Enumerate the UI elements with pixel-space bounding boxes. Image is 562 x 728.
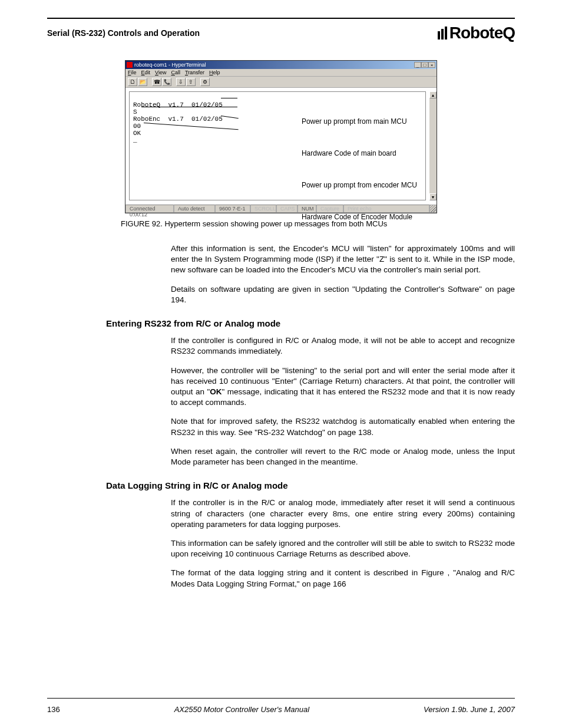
annotation-2: Hardware Code of main board: [302, 148, 417, 159]
logo-text: RoboteQ: [449, 24, 515, 42]
paragraph-2: Details on software updating are given i…: [171, 284, 515, 305]
section-title: Serial (RS-232) Controls and Operation: [47, 28, 200, 38]
paragraph-4-post: " message, indicating that it has entere…: [171, 387, 515, 407]
term-line-1: RoboteQ v1.7 01/02/05: [133, 101, 223, 108]
heading-entering-rs232: Entering RS232 from R/C or Analog mode: [106, 318, 515, 328]
paragraph-1: After this information is sent, the Enco…: [171, 243, 515, 276]
leader-line-2: [141, 107, 237, 107]
minimize-button[interactable]: _: [414, 62, 421, 68]
window-titlebar: roboteq-com1 - HyperTerminal _ □ ×: [125, 61, 437, 69]
menu-view[interactable]: View: [155, 70, 166, 75]
resize-grip-icon[interactable]: [429, 205, 437, 213]
logo-bars-icon: [438, 27, 448, 39]
menu-help[interactable]: Help: [209, 70, 220, 75]
scroll-down-icon[interactable]: ▼: [429, 193, 437, 200]
term-line-4: 00: [133, 123, 141, 130]
page-number: 136: [47, 705, 60, 714]
app-icon: [127, 62, 133, 68]
paragraph-4-bold: OK: [210, 387, 222, 396]
paragraph-7: If the controller is in the R/C or analo…: [171, 498, 515, 530]
window-title: roboteq-com1 - HyperTerminal: [134, 62, 206, 68]
paragraph-8: This information can be safely ignored a…: [171, 538, 515, 559]
toolbar-receive-icon[interactable]: ⇧: [186, 78, 196, 86]
status-caps: CAPS: [276, 205, 297, 213]
annotation-3: Power up prompt from encoder MCU: [302, 180, 417, 190]
paragraph-4: However, the controller will be "listeni…: [171, 365, 515, 409]
term-line-6: _: [133, 137, 137, 144]
maximize-button[interactable]: □: [421, 62, 428, 68]
footer-title: AX2550 Motor Controller User's Manual: [174, 705, 309, 714]
term-line-5: OK: [133, 130, 141, 137]
paragraph-5: Note that for improved safety, the RS232…: [171, 416, 515, 437]
toolbar-open-icon[interactable]: 📂: [138, 78, 147, 86]
leader-line-4: [144, 123, 239, 130]
status-connected: Connected 0:00:12: [125, 205, 174, 213]
menu-file[interactable]: File: [128, 70, 137, 75]
annotation-4: Hardware Code of Encoder Module: [302, 212, 417, 222]
toolbar-disconnect-icon[interactable]: 📞: [162, 78, 171, 86]
toolbar-new-icon[interactable]: 🗋: [128, 78, 137, 86]
vertical-scrollbar[interactable]: ▲ ▼: [429, 91, 437, 200]
close-button[interactable]: ×: [428, 62, 435, 68]
toolbar-send-icon[interactable]: ⇩: [176, 78, 186, 86]
terminal-output[interactable]: RoboteQ v1.7 01/02/05 S RoboEnc v1.7 01/…: [129, 91, 426, 200]
footer-rule: [47, 698, 515, 699]
footer-version: Version 1.9b. June 1, 2007: [424, 705, 515, 714]
menu-edit[interactable]: Edit: [141, 70, 151, 75]
leader-line-3: [221, 116, 239, 118]
toolbar-properties-icon[interactable]: ⚙: [200, 78, 210, 86]
term-line-3: RoboEnc v1.7 01/02/05: [133, 116, 223, 123]
brand-logo: RoboteQ: [438, 24, 515, 42]
menu-transfer[interactable]: Transfer: [185, 70, 204, 75]
paragraph-3: If the controller is configured in R/C o…: [171, 335, 515, 357]
heading-data-logging: Data Logging String in R/C or Analog mod…: [106, 480, 515, 490]
status-detect: Auto detect: [174, 205, 215, 213]
hyperterminal-window: roboteq-com1 - HyperTerminal _ □ × File …: [125, 60, 437, 213]
page-header: Serial (RS-232) Controls and Operation R…: [47, 19, 515, 42]
menu-call[interactable]: Call: [171, 70, 180, 75]
toolbar-connect-icon[interactable]: ☎: [152, 78, 161, 86]
annotation-1: Power up prompt from main MCU: [302, 116, 417, 127]
figure-92: roboteq-com1 - HyperTerminal _ □ × File …: [125, 60, 437, 213]
scroll-up-icon[interactable]: ▲: [429, 91, 437, 98]
paragraph-9: The format of the data logging string an…: [171, 568, 515, 589]
toolbar: 🗋 📂 ☎ 📞 ⇩ ⇧ ⚙: [125, 77, 437, 88]
term-line-2: S: [133, 108, 137, 116]
status-scroll: SCROLL: [250, 205, 276, 213]
menu-bar: File Edit View Call Transfer Help: [125, 69, 437, 77]
page-footer: 136 AX2550 Motor Controller User's Manua…: [47, 705, 515, 714]
figure-annotations: Power up prompt from main MCU Hardware C…: [302, 95, 417, 243]
paragraph-6: When reset again, the controller will re…: [171, 446, 515, 467]
leader-line-1: [221, 98, 237, 98]
status-baud: 9600 7-E-1: [215, 205, 250, 213]
